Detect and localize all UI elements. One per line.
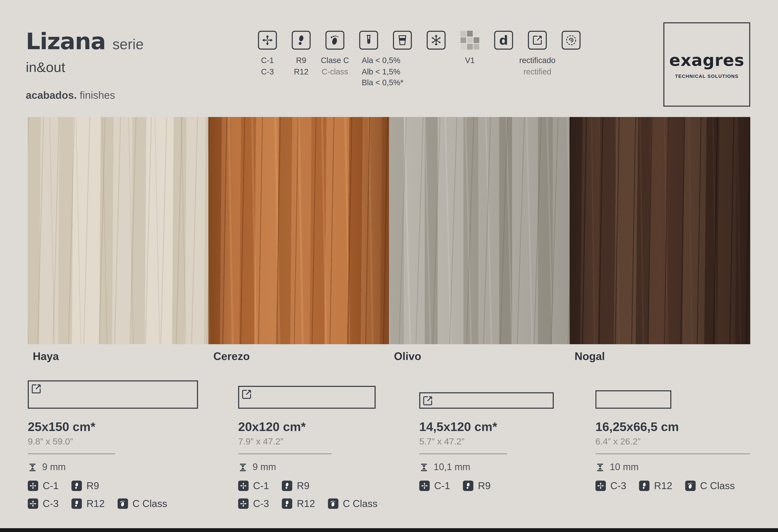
swatch-cerezo: [208, 117, 389, 344]
divider: [419, 453, 507, 454]
finishes-label-en: finishes: [80, 89, 115, 101]
legend-item-shade-variation: V1: [453, 31, 487, 89]
spec-slip: R12: [282, 498, 315, 509]
barefoot-icon: [325, 31, 344, 50]
series-title: Lizana: [26, 28, 105, 55]
thickness-value: 10,1 mm: [434, 462, 470, 472]
spec-slip: R9: [463, 480, 491, 492]
format-outline: [28, 380, 198, 409]
spec-value: R9: [297, 480, 310, 492]
divider: [28, 453, 115, 454]
spec-barefoot: C Class: [118, 498, 167, 509]
snowflake-icon: [426, 31, 446, 50]
expand-arrows-icon: [596, 480, 606, 491]
spec-value: C-3: [253, 498, 269, 509]
spec-row: C-3 R12 C Class: [596, 480, 778, 492]
letter-d-icon: d: [494, 31, 513, 50]
swatch-olivo: [389, 117, 570, 344]
series-title-row: Lizana serie: [26, 28, 144, 55]
series-subtitle: in&out: [26, 60, 144, 75]
legend-label: R12: [294, 66, 308, 78]
certification-legend: C-1 C-3 R9 R12 Clase C C-class: [250, 31, 588, 89]
legend-item-frost-resistance: [419, 31, 453, 89]
barefoot-icon: [118, 499, 128, 509]
finishes-label-es: acabados.: [26, 89, 77, 101]
legend-item-slip-resistance: R9 R12: [284, 31, 318, 89]
shoe-print-icon: [282, 499, 292, 509]
product-name-nogal: Nogal: [574, 350, 605, 363]
legend-item-d: d: [487, 31, 521, 89]
format-wrap: [596, 378, 778, 409]
rectified-icon: [30, 383, 42, 395]
thickness-icon: [419, 462, 429, 472]
spec-value: C-1: [43, 480, 59, 492]
legend-label: C-3: [261, 66, 274, 78]
product-column-olivo: 14,5x120 cm* 5.7” x 47.2” 10,1 mm C-1 R9: [419, 378, 603, 492]
rectified-icon: [241, 388, 253, 400]
thickness-value: 10 mm: [610, 462, 639, 472]
shoe-print-icon: [463, 480, 473, 491]
catalog-page: Lizana serie in&out acabados.finishes C-…: [0, 0, 778, 532]
spec-abrasion: C-3: [238, 498, 269, 509]
series-title-suffix: serie: [112, 36, 144, 53]
barefoot-icon: [685, 480, 696, 491]
thickness-icon: [238, 462, 248, 472]
size-cm: 14,5x120 cm*: [419, 420, 603, 434]
legend-label: Ala < 0,5%: [362, 55, 400, 66]
product-name-cerezo: Cerezo: [213, 350, 250, 363]
size-inches: 7.9” x 47.2”: [238, 437, 422, 447]
product-name-olivo: Olivo: [394, 350, 421, 363]
rectified-icon: [528, 31, 547, 50]
size-inches: 9.8” x 59.0”: [28, 437, 211, 447]
legend-item-barefoot-class: Clase C C-class: [318, 31, 352, 89]
product-column-cerezo: 20x120 cm* 7.9” x 47.2” 9 mm C-1 R9 C-3: [238, 378, 422, 509]
finish-swatches: [28, 117, 750, 344]
bottom-bar: [0, 528, 778, 532]
shoe-print-icon: [282, 480, 292, 491]
spec-abrasion: C-3: [28, 498, 59, 509]
header: Lizana serie in&out acabados.finishes: [26, 28, 144, 101]
thickness-value: 9 mm: [42, 462, 66, 472]
brand-logo: exagres TECHNICAL SOLUTIONS: [664, 22, 750, 107]
thickness-icon: [28, 462, 37, 472]
legend-label: Bla < 0,5%*: [362, 78, 403, 89]
finishes-heading: acabados.finishes: [26, 89, 144, 101]
spec-abrasion: C-1: [238, 480, 269, 492]
size-cm: 16,25x66,5 cm: [596, 420, 778, 434]
divider: [238, 453, 331, 454]
shoe-print-icon: [72, 499, 82, 509]
test-tube-icon: [359, 31, 378, 50]
spec-value: R12: [654, 480, 672, 492]
legend-item-hygienic: [554, 31, 588, 89]
format-wrap: [419, 378, 603, 409]
format-outline: [238, 386, 376, 409]
format-wrap: [238, 378, 422, 409]
swatch-haya: [28, 117, 208, 344]
thickness-icon: [596, 462, 605, 472]
legend-item-rectified: rectificado rectified: [521, 31, 554, 89]
expand-arrows-icon: [238, 480, 249, 491]
expand-arrows-icon: [28, 480, 38, 491]
rectified-icon: [422, 395, 434, 407]
spec-value: C Class: [132, 498, 167, 509]
legend-label: Alb < 1,5%: [362, 66, 400, 78]
legend-label: rectificado: [519, 55, 555, 66]
spec-value: C Class: [700, 480, 735, 492]
size-inches: 5.7” x 47.2”: [419, 437, 603, 447]
size-cm: 25x150 cm*: [28, 420, 211, 434]
legend-label: R9: [294, 55, 308, 66]
thickness-row: 9 mm: [238, 462, 422, 472]
spec-abrasion: C-3: [596, 480, 626, 492]
spec-value: R9: [86, 480, 99, 492]
spec-slip: R9: [72, 480, 99, 492]
shoe-print-icon: [639, 480, 649, 491]
legend-item-abrasion-class: C-1 C-3: [250, 31, 284, 89]
size-cm: 20x120 cm*: [238, 420, 422, 434]
spec-value: C-1: [434, 480, 450, 492]
format-outline: [419, 392, 554, 409]
spec-value: R12: [86, 498, 105, 509]
spec-value: R12: [297, 498, 315, 509]
letter-d-glyph: d: [499, 34, 508, 46]
spec-row: C-1 R9: [419, 480, 603, 492]
spec-row: C-3 R12 C Class: [238, 498, 422, 509]
